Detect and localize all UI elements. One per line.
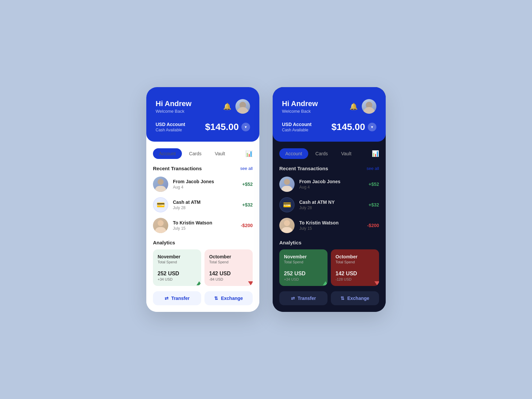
dark-bottom-bar: ⇄ Transfer ⇅ Exchange [273,286,386,312]
dark-account-type: USD Account [282,122,312,127]
d-analytics-sub-nov: +34 USD [284,277,323,281]
dark-greeting-title: Hi Andrew [282,99,318,108]
dark-transactions-title: Recent Transactions [279,166,328,171]
dark-phone-card: Hi Andrew Welcome Back 🔔 USD Account Cas… [273,87,386,312]
light-tabs-row: Account Cards Vault 📊 [153,148,253,159]
dark-header-icons: 🔔 [349,99,376,114]
tx-name-3: To Kristin Watson [173,220,236,225]
analytics-label-nov: Total Spend [158,260,197,264]
analytics-sub-nov: +34 USD [158,277,197,281]
light-transaction-list: From Jacob Jones Aug 4 +$52 💳 Cash at AT… [153,177,253,233]
transfer-label-dark: Transfer [298,296,316,301]
tx-name-d3: To Kristin Watson [299,220,362,225]
exchange-label-light: Exchange [221,296,243,301]
d-down-arrow-icon [374,281,379,285]
tx-info-d1: From Jacob Jones Aug 4 [299,179,364,190]
d-analytics-sub-oct: -128 USD [335,277,374,281]
d-analytics-month-nov: November [284,254,323,259]
transfer-icon-dark: ⇄ [291,296,295,301]
tab-account-dark[interactable]: Account [279,148,308,159]
exchange-label-dark: Exchange [347,296,369,301]
transfer-button-light[interactable]: ⇄ Transfer [153,291,201,305]
dark-header: Hi Andrew Welcome Back 🔔 USD Account Cas… [273,87,386,142]
down-arrow-icon [248,281,253,285]
analytics-label-oct: Total Spend [209,260,248,264]
light-tabs-section: Account Cards Vault 📊 [146,142,259,159]
d-analytics-amount-nov: 252 USD [284,271,323,277]
exchange-button-light[interactable]: ⇅ Exchange [204,291,253,305]
tx-info-3: To Kristin Watson July 15 [173,220,236,231]
page-wrapper: Hi Andrew Welcome Back 🔔 USD Account Cas… [133,67,399,332]
dark-transactions-header: Recent Transactions see all [279,166,379,171]
tab-vault-dark[interactable]: Vault [335,148,357,159]
tx-name-1: From Jacob Jones [173,179,237,184]
light-header-icons: 🔔 [223,99,250,114]
tx-date-2: July 28 [173,205,237,210]
tab-account-light[interactable]: Account [153,148,182,159]
transfer-button-dark[interactable]: ⇄ Transfer [279,291,328,305]
tx-amount-3: -$200 [241,223,253,228]
light-balance-value: $145.00 [205,122,239,132]
avatar-dark[interactable] [362,99,376,114]
light-see-all[interactable]: see all [240,166,253,171]
exchange-icon-dark: ⇅ [340,296,344,301]
tx-avatar-d2: 💳 [279,197,295,212]
light-balance-amount: $145.00 ▾ [205,122,250,132]
tx-info-d3: To Kristin Watson July 15 [299,220,362,231]
light-phone-card: Hi Andrew Welcome Back 🔔 USD Account Cas… [146,87,259,312]
analytics-sub-oct: -84 USD [209,277,248,281]
table-row: To Kristin Watson July 15 -$200 [279,218,379,233]
tx-date-d3: July 15 [299,226,362,231]
light-header-top: Hi Andrew Welcome Back 🔔 [156,99,250,114]
tx-date-1: Aug 4 [173,185,237,190]
dark-see-all[interactable]: see all [366,166,379,171]
tab-cards-dark[interactable]: Cards [310,148,334,159]
analytics-amount-oct: 142 USD [209,271,248,277]
tx-info-2: Cash at ATM July 28 [173,200,237,210]
table-row: 💳 Cash at ATM NY July 28 +$32 [279,197,379,212]
light-greeting: Hi Andrew Welcome Back [156,99,192,114]
dark-content-section: Recent Transactions see all From Jacob J… [273,159,386,240]
tx-avatar-1 [153,177,168,192]
dark-balance-row: USD Account Cash Available $145.00 ▾ [282,122,376,132]
exchange-button-dark[interactable]: ⇅ Exchange [331,291,379,305]
tab-cards-light[interactable]: Cards [183,148,207,159]
analytics-card-oct-dark: Octomber Total Spend 142 USD -128 USD [331,249,379,286]
tx-amount-d2: +$32 [368,202,379,207]
light-greeting-title: Hi Andrew [156,99,192,108]
avatar[interactable] [235,99,250,114]
dark-balance-dropdown[interactable]: ▾ [368,123,376,131]
exchange-icon: ⇅ [214,296,218,301]
chart-icon-light[interactable]: 📊 [245,150,253,157]
light-analytics-section: Analytics November Total Spend 252 USD +… [146,240,259,286]
dark-balance-amount: $145.00 ▾ [332,122,376,132]
chart-icon-dark[interactable]: 📊 [372,150,379,157]
light-greeting-subtitle: Welcome Back [156,109,192,114]
tx-name-d1: From Jacob Jones [299,179,364,184]
tx-amount-d3: -$200 [367,223,379,228]
dark-header-top: Hi Andrew Welcome Back 🔔 [282,99,376,114]
bell-icon[interactable]: 🔔 [223,102,231,110]
dark-tabs-row: Account Cards Vault 📊 [279,148,379,159]
d-analytics-label-oct: Total Spend [335,260,374,264]
analytics-month-nov: November [158,254,197,259]
dark-balance-label: USD Account Cash Available [282,122,312,132]
dark-greeting: Hi Andrew Welcome Back [282,99,318,114]
tx-avatar-d1 [279,177,295,192]
light-balance-dropdown[interactable]: ▾ [241,123,250,131]
tab-vault-light[interactable]: Vault [209,148,231,159]
table-row: From Jacob Jones Aug 4 +$52 [153,177,253,192]
light-transactions-header: Recent Transactions see all [153,166,253,171]
analytics-card-oct-light: Octomber Total Spend 142 USD -84 USD [204,249,253,286]
light-header: Hi Andrew Welcome Back 🔔 USD Account Cas… [146,87,259,142]
tx-date-3: July 15 [173,226,236,231]
light-balance-label: USD Account Cash Available [156,122,185,132]
dark-tabs-section: Account Cards Vault 📊 [273,142,386,159]
light-balance-row: USD Account Cash Available $145.00 ▾ [156,122,250,132]
tx-amount-2: +$32 [242,202,253,207]
light-cash-label: Cash Available [156,128,182,132]
tx-avatar-3 [153,218,168,233]
bell-icon-dark[interactable]: 🔔 [349,102,358,110]
transfer-icon: ⇄ [165,296,169,301]
tx-amount-d1: +$52 [368,182,379,187]
